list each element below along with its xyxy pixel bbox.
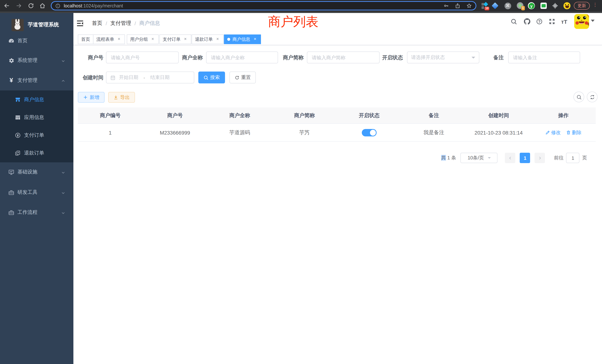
create-time-range-picker[interactable]: 开始日期 - 结束日期 <box>106 72 194 83</box>
show-search-toggle-button[interactable] <box>573 92 584 102</box>
url-host: localhost <box>64 3 82 8</box>
chevron-down-icon <box>61 210 65 214</box>
tab-close-icon[interactable]: × <box>183 37 188 42</box>
sidebar-item-infrastructure[interactable]: 基础设施 <box>0 162 73 182</box>
sidebar-item-home[interactable]: 首页 <box>0 31 73 51</box>
avatar-dropdown-caret[interactable] <box>591 20 595 22</box>
extension-icon-tabs[interactable]: 10 <box>481 2 488 9</box>
tab-pay-order[interactable]: 支付订单 × <box>159 34 191 44</box>
tab-label: 商户信息 <box>232 36 250 43</box>
extension-badge: 10 <box>484 7 489 10</box>
sidebar-fold-button[interactable] <box>76 19 84 27</box>
browser-menu-button[interactable]: ⋮ <box>593 2 596 7</box>
page-annotation-title: 商户列表 <box>268 13 318 30</box>
prev-page-button[interactable] <box>505 153 516 163</box>
pagination-total: 共 1 条 <box>441 155 456 161</box>
browser-forward-button[interactable] <box>14 1 23 10</box>
col-header-full-name: 商户全称 <box>207 107 272 123</box>
help-icon[interactable]: ? <box>536 18 543 25</box>
tags-view-bar: 首页 流程表单 × 用户分组 × 支付订单 × 退款订单 × 商户信息 × <box>73 33 602 45</box>
tab-close-icon[interactable]: × <box>215 37 220 42</box>
submenu-item-app-info[interactable]: 应用信息 <box>0 109 73 126</box>
status-toggle[interactable] <box>362 129 377 136</box>
browser-reload-button[interactable] <box>26 1 35 10</box>
remark-input[interactable] <box>508 52 580 63</box>
chevron-up-icon <box>61 78 65 83</box>
monitor-chart-icon <box>8 169 14 175</box>
extension-icon-recorder[interactable]: 1 <box>517 2 524 9</box>
sidebar-item-dev-tools[interactable]: 研发工具 <box>0 182 73 202</box>
sidebar-logo-row[interactable]: 芋道管理系统 <box>0 17 73 33</box>
extension-icon-gem[interactable] <box>492 2 499 9</box>
pay-submenu: 商户信息 应用信息 支付订单 退款订单 <box>0 90 73 162</box>
extensions-puzzle-icon[interactable] <box>552 2 559 9</box>
goto-page-input[interactable] <box>566 153 580 163</box>
sidebar-item-system[interactable]: 系统管理 <box>0 50 73 70</box>
tab-user-group[interactable]: 用户分组 × <box>127 34 159 44</box>
status-select[interactable]: 请选择开启状态 <box>407 52 479 63</box>
refresh-table-button[interactable] <box>587 92 598 102</box>
search-icon <box>576 94 581 99</box>
tab-close-icon[interactable]: × <box>252 37 258 42</box>
header-search-icon[interactable] <box>510 18 517 25</box>
tab-close-icon[interactable]: × <box>116 37 122 42</box>
reset-button[interactable]: 重置 <box>229 72 256 83</box>
cell-full-name: 芋道源码 <box>207 124 272 141</box>
sidebar: 芋道管理系统 首页 系统管理 ¥ 支付管理 <box>0 13 73 364</box>
col-header-remark: 备注 <box>401 107 466 123</box>
logo-rabbit-image <box>11 19 24 31</box>
calendar-icon <box>110 75 116 80</box>
search-button[interactable]: 搜索 <box>198 72 225 83</box>
table-row: 1 M233666999 芋道源码 芋艿 我是备注 2021-10-23 08:… <box>78 124 596 142</box>
page-size-value: 10条/页 <box>468 155 484 161</box>
sidebar-item-pay[interactable]: ¥ 支付管理 <box>0 70 73 90</box>
add-button[interactable]: 新增 <box>78 92 105 103</box>
font-size-icon[interactable]: тT <box>560 18 568 25</box>
github-icon[interactable] <box>523 18 531 25</box>
password-key-icon[interactable] <box>443 3 449 9</box>
url-bar[interactable]: localhost:1024/pay/merchant <box>51 1 476 10</box>
sidebar-item-workflow[interactable]: 工作流程 <box>0 202 73 222</box>
extension-icon-y[interactable]: y <box>528 2 535 9</box>
export-button[interactable]: 导出 <box>108 92 135 103</box>
extension-icon-emoji[interactable] <box>563 2 570 9</box>
browser-back-button[interactable] <box>2 1 11 10</box>
breadcrumb-home[interactable]: 首页 <box>92 20 102 27</box>
tab-merchant-info[interactable]: 商户信息 × <box>224 34 261 44</box>
select-caret-icon <box>488 157 491 159</box>
status-select-placeholder: 请选择开启状态 <box>411 54 445 61</box>
next-page-button[interactable] <box>535 153 545 163</box>
tab-home[interactable]: 首页 <box>78 34 93 44</box>
submenu-item-merchant-info[interactable]: 商户信息 <box>0 91 73 109</box>
sidebar-item-label: 工作流程 <box>17 209 37 216</box>
page-size-select[interactable]: 10条/页 <box>461 153 498 163</box>
chevron-down-icon <box>61 58 65 63</box>
fullscreen-icon[interactable] <box>548 18 556 25</box>
full-name-input[interactable] <box>206 52 278 63</box>
merchant-no-input[interactable] <box>106 52 179 63</box>
extension-icon-chat[interactable] <box>540 2 547 9</box>
reload-icon <box>28 2 34 9</box>
edit-pen-icon <box>545 130 550 135</box>
tab-refund-order[interactable]: 退款订单 × <box>192 34 224 44</box>
chevron-right-icon <box>538 156 542 160</box>
share-icon[interactable] <box>455 3 460 9</box>
avatar[interactable] <box>574 14 589 29</box>
end-date-placeholder: 结束日期 <box>150 74 170 81</box>
breadcrumb-pay[interactable]: 支付管理 <box>110 20 131 27</box>
tab-close-icon[interactable]: × <box>150 37 155 42</box>
bookmark-star-icon[interactable] <box>466 3 472 9</box>
site-info-icon[interactable] <box>55 3 60 8</box>
page-number-button[interactable]: 1 <box>520 153 530 163</box>
extension-icon-command[interactable]: ⌘ <box>504 2 511 9</box>
yen-icon: ¥ <box>8 77 14 84</box>
home-icon <box>39 2 45 9</box>
submenu-item-pay-order[interactable]: 支付订单 <box>0 126 73 144</box>
browser-home-button[interactable] <box>38 1 47 10</box>
col-header-short-name: 商户简称 <box>272 107 337 123</box>
tab-process-form[interactable]: 流程表单 × <box>93 34 125 44</box>
edit-link[interactable]: 修改 <box>545 129 561 136</box>
browser-update-button[interactable]: 更新 <box>574 2 590 10</box>
submenu-item-refund-order[interactable]: 退款订单 <box>0 144 73 162</box>
delete-link[interactable]: 删除 <box>566 129 581 136</box>
